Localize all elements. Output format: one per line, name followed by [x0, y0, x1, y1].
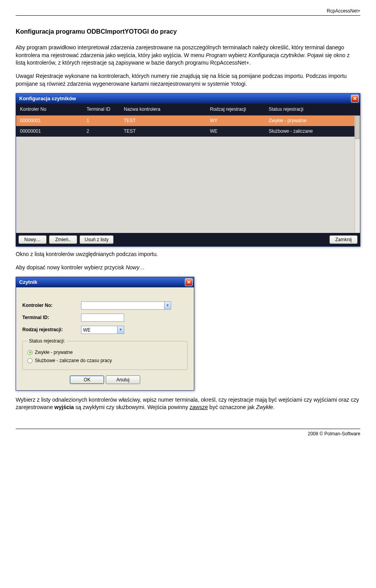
cancel-button[interactable]: Anuluj — [106, 375, 140, 384]
footer-copyright: 2008 © Polman-Software — [0, 431, 376, 445]
ok-button[interactable]: OK — [70, 375, 104, 384]
window-title: Konfiguracja czytników — [19, 95, 76, 102]
table-row[interactable]: 00000001 1 TEST WY Zwykłe - prywatne — [16, 115, 354, 126]
table-body: 00000001 1 TEST WY Zwykłe - prywatne 000… — [16, 115, 360, 233]
radio-option-sluzbowe[interactable]: Służbowe - zaliczane do czasu pracy — [27, 357, 183, 364]
col-header-rodzaj-rejestracji[interactable]: Rodzaj rejestracji — [208, 105, 267, 114]
col-header-terminal-id[interactable]: Terminal ID — [85, 105, 122, 114]
chevron-down-icon[interactable]: ▼ — [164, 302, 171, 309]
header-rule — [16, 15, 360, 16]
page-title: Konfiguracja programu ODBCImportYOTOGI d… — [16, 27, 360, 36]
window-title: Czytnik — [19, 279, 37, 286]
paragraph-1: Aby program prawidłowo interpretował zda… — [16, 44, 360, 67]
scrollbar[interactable] — [354, 115, 360, 233]
label-rodzaj-rejestracji: Rodzaj rejestracji: — [22, 326, 81, 333]
window-button-bar: Nowy… Zmień.. Usuń z listy Zamknij — [16, 233, 360, 246]
kontroler-no-combo[interactable] — [81, 301, 171, 310]
radio-option-zwykle[interactable]: Zwykłe - prywatne — [27, 349, 183, 356]
delete-button[interactable]: Usuń z listy — [80, 235, 114, 244]
paragraph-3: Aby dopisać nowy kontroler wybierz przyc… — [16, 264, 360, 272]
edit-button[interactable]: Zmień.. — [49, 235, 77, 244]
reader-dialog: Czytnik ✕ Kontroler No: ▼ Terminal ID: R… — [16, 277, 194, 390]
footer-rule — [16, 429, 360, 429]
titlebar[interactable]: Czytnik ✕ — [16, 277, 194, 287]
paragraph-4: Wybierz z listy odnalezionych kontroleró… — [16, 396, 360, 411]
col-header-nazwa-kontrolera[interactable]: Nazwa kontrolera — [122, 105, 208, 114]
fieldset-legend: Status rejestracji: — [27, 338, 67, 345]
label-terminal-id: Terminal ID: — [22, 314, 81, 321]
status-rejestracji-group: Status rejestracji: Zwykłe - prywatne Sł… — [22, 338, 188, 370]
paragraph-2-warning: Uwaga! Rejestracje wykonane na kontroler… — [16, 72, 360, 88]
close-icon[interactable]: ✕ — [185, 278, 193, 286]
label-kontroler-no: Kontroler No: — [22, 302, 81, 309]
close-button[interactable]: Zamknij — [329, 235, 358, 244]
chevron-down-icon[interactable]: ▼ — [117, 326, 124, 334]
table-row[interactable]: 00000001 2 TEST WE Służbowe - zaliczane — [16, 126, 354, 137]
col-header-status-rejestracji[interactable]: Status rejestracji — [267, 105, 330, 114]
new-button[interactable]: Nowy… — [18, 235, 47, 244]
terminal-id-field[interactable] — [81, 314, 124, 322]
caption-1: Okno z listą kontrolerów uwzględnianych … — [16, 251, 360, 258]
close-icon[interactable]: ✕ — [351, 95, 359, 103]
radio-icon[interactable] — [27, 358, 33, 363]
col-header-kontroler-no[interactable]: Kontroler No — [18, 105, 85, 114]
table-header: Kontroler No Terminal ID Nazwa kontroler… — [16, 104, 360, 115]
header-product: RcpAccessNet+ — [16, 8, 360, 14]
readers-config-window: Konfiguracja czytników ✕ Kontroler No Te… — [16, 93, 360, 247]
radio-icon[interactable] — [27, 350, 33, 355]
titlebar[interactable]: Konfiguracja czytników ✕ — [16, 94, 360, 104]
